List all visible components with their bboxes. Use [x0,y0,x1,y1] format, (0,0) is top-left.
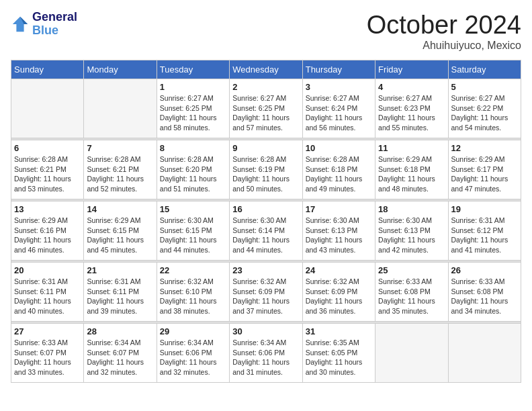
day-number: 24 [306,265,372,275]
day-info: Sunrise: 6:29 AM Sunset: 6:17 PM Dayligh… [451,154,518,194]
calendar-cell: 20Sunrise: 6:31 AM Sunset: 6:11 PM Dayli… [11,263,84,322]
day-number: 8 [160,143,226,153]
day-number: 20 [14,265,81,275]
day-number: 1 [160,82,226,92]
day-number: 11 [378,143,445,153]
day-info: Sunrise: 6:29 AM Sunset: 6:18 PM Dayligh… [378,154,445,194]
day-number: 14 [87,204,153,214]
day-info: Sunrise: 6:34 AM Sunset: 6:06 PM Dayligh… [160,338,226,377]
day-info: Sunrise: 6:27 AM Sunset: 6:23 PM Dayligh… [378,93,445,133]
day-number: 30 [232,326,299,336]
day-number: 22 [160,265,226,275]
day-info: Sunrise: 6:33 AM Sunset: 6:08 PM Dayligh… [378,277,445,316]
day-header: Monday [84,60,157,79]
day-info: Sunrise: 6:28 AM Sunset: 6:20 PM Dayligh… [160,154,226,194]
day-number: 10 [306,143,372,153]
day-number: 29 [160,326,226,336]
day-number: 27 [14,326,81,336]
page-header: General Blue October 2024 Ahuihuiyuco, M… [11,11,521,52]
day-info: Sunrise: 6:30 AM Sunset: 6:13 PM Dayligh… [306,216,372,255]
calendar-cell: 29Sunrise: 6:34 AM Sunset: 6:06 PM Dayli… [157,324,229,383]
calendar-table: SundayMondayTuesdayWednesdayThursdayFrid… [11,60,521,383]
logo-icon [11,15,30,34]
calendar-cell: 1Sunrise: 6:27 AM Sunset: 6:25 PM Daylig… [157,79,229,138]
day-info: Sunrise: 6:27 AM Sunset: 6:25 PM Dayligh… [232,93,299,133]
logo: General Blue [11,11,77,38]
calendar-cell: 9Sunrise: 6:28 AM Sunset: 6:19 PM Daylig… [230,140,302,199]
day-info: Sunrise: 6:33 AM Sunset: 6:07 PM Dayligh… [14,338,81,377]
day-info: Sunrise: 6:28 AM Sunset: 6:21 PM Dayligh… [14,154,81,194]
calendar-cell: 17Sunrise: 6:30 AM Sunset: 6:13 PM Dayli… [302,201,375,261]
day-info: Sunrise: 6:28 AM Sunset: 6:19 PM Dayligh… [232,154,299,194]
day-info: Sunrise: 6:28 AM Sunset: 6:21 PM Dayligh… [87,154,153,194]
calendar-cell [11,79,84,138]
day-number: 31 [306,326,372,336]
day-info: Sunrise: 6:31 AM Sunset: 6:11 PM Dayligh… [14,277,81,316]
day-info: Sunrise: 6:34 AM Sunset: 6:07 PM Dayligh… [87,338,153,377]
calendar-cell: 24Sunrise: 6:32 AM Sunset: 6:09 PM Dayli… [302,263,375,322]
day-number: 23 [232,265,299,275]
day-number: 25 [378,265,445,275]
day-info: Sunrise: 6:33 AM Sunset: 6:08 PM Dayligh… [451,277,518,316]
day-info: Sunrise: 6:27 AM Sunset: 6:25 PM Dayligh… [160,93,226,133]
calendar-cell: 31Sunrise: 6:35 AM Sunset: 6:05 PM Dayli… [302,324,375,383]
day-number: 3 [306,82,372,92]
day-number: 16 [232,204,299,214]
calendar-cell: 6Sunrise: 6:28 AM Sunset: 6:21 PM Daylig… [11,140,84,199]
calendar-cell: 19Sunrise: 6:31 AM Sunset: 6:12 PM Dayli… [448,201,521,261]
day-info: Sunrise: 6:27 AM Sunset: 6:22 PM Dayligh… [451,93,518,133]
day-number: 2 [232,82,299,92]
calendar-cell: 21Sunrise: 6:31 AM Sunset: 6:11 PM Dayli… [84,263,157,322]
day-number: 9 [232,143,299,153]
day-info: Sunrise: 6:32 AM Sunset: 6:09 PM Dayligh… [232,277,299,316]
calendar-cell: 18Sunrise: 6:30 AM Sunset: 6:13 PM Dayli… [375,201,448,261]
day-number: 21 [87,265,153,275]
location: Ahuihuiyuco, Mexico [367,40,521,52]
calendar-cell [84,79,157,138]
calendar-cell: 16Sunrise: 6:30 AM Sunset: 6:14 PM Dayli… [230,201,302,261]
calendar-cell [375,324,448,383]
day-number: 18 [378,204,445,214]
day-info: Sunrise: 6:34 AM Sunset: 6:06 PM Dayligh… [232,338,299,377]
day-header: Thursday [302,60,375,79]
title-section: October 2024 Ahuihuiyuco, Mexico [367,11,521,52]
day-info: Sunrise: 6:28 AM Sunset: 6:18 PM Dayligh… [306,154,372,194]
day-number: 19 [451,204,518,214]
calendar-cell: 4Sunrise: 6:27 AM Sunset: 6:23 PM Daylig… [375,79,448,138]
day-number: 7 [87,143,153,153]
calendar-cell: 12Sunrise: 6:29 AM Sunset: 6:17 PM Dayli… [448,140,521,199]
day-header: Sunday [11,60,84,79]
calendar-cell [448,324,521,383]
day-info: Sunrise: 6:30 AM Sunset: 6:13 PM Dayligh… [378,216,445,255]
day-info: Sunrise: 6:32 AM Sunset: 6:09 PM Dayligh… [306,277,372,316]
day-info: Sunrise: 6:29 AM Sunset: 6:15 PM Dayligh… [87,216,153,255]
day-info: Sunrise: 6:29 AM Sunset: 6:16 PM Dayligh… [14,216,81,255]
calendar-cell: 27Sunrise: 6:33 AM Sunset: 6:07 PM Dayli… [11,324,84,383]
day-header: Friday [375,60,448,79]
day-number: 6 [14,143,81,153]
day-header: Saturday [448,60,521,79]
calendar-cell: 15Sunrise: 6:30 AM Sunset: 6:15 PM Dayli… [157,201,229,261]
day-info: Sunrise: 6:31 AM Sunset: 6:12 PM Dayligh… [451,216,518,255]
day-info: Sunrise: 6:30 AM Sunset: 6:15 PM Dayligh… [160,216,226,255]
day-number: 12 [451,143,518,153]
logo-text: General Blue [32,11,77,38]
calendar-cell: 5Sunrise: 6:27 AM Sunset: 6:22 PM Daylig… [448,79,521,138]
calendar-cell: 28Sunrise: 6:34 AM Sunset: 6:07 PM Dayli… [84,324,157,383]
day-info: Sunrise: 6:31 AM Sunset: 6:11 PM Dayligh… [87,277,153,316]
calendar-cell: 3Sunrise: 6:27 AM Sunset: 6:24 PM Daylig… [302,79,375,138]
day-header: Wednesday [230,60,302,79]
day-number: 5 [451,82,518,92]
calendar-cell: 13Sunrise: 6:29 AM Sunset: 6:16 PM Dayli… [11,201,84,261]
day-number: 13 [14,204,81,214]
day-info: Sunrise: 6:27 AM Sunset: 6:24 PM Dayligh… [306,93,372,133]
calendar-cell: 11Sunrise: 6:29 AM Sunset: 6:18 PM Dayli… [375,140,448,199]
calendar-cell: 14Sunrise: 6:29 AM Sunset: 6:15 PM Dayli… [84,201,157,261]
day-number: 4 [378,82,445,92]
day-number: 15 [160,204,226,214]
day-header: Tuesday [157,60,229,79]
day-info: Sunrise: 6:32 AM Sunset: 6:10 PM Dayligh… [160,277,226,316]
calendar-cell: 25Sunrise: 6:33 AM Sunset: 6:08 PM Dayli… [375,263,448,322]
calendar-cell: 26Sunrise: 6:33 AM Sunset: 6:08 PM Dayli… [448,263,521,322]
calendar-cell: 22Sunrise: 6:32 AM Sunset: 6:10 PM Dayli… [157,263,229,322]
